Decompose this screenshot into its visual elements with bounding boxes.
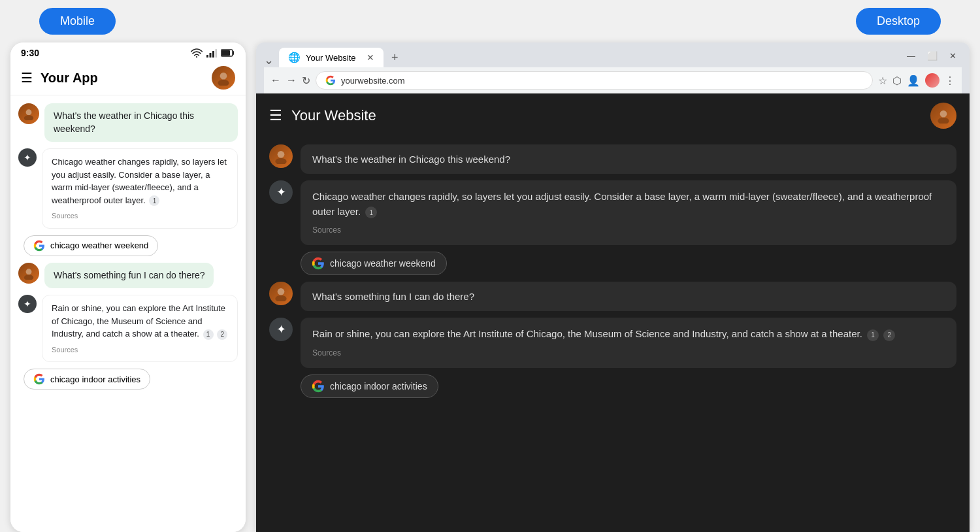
new-tab-button[interactable]: + <box>386 48 404 67</box>
desktop-ai-icon-1: ✦ <box>269 180 293 204</box>
mobile-search-pill-2[interactable]: chicago indoor activities <box>24 369 150 390</box>
mobile-chat-area: What's the weather in Chicago this weeke… <box>10 95 246 532</box>
desktop-google-icon-1 <box>312 257 325 270</box>
ai-icon-2: ✦ <box>18 295 37 313</box>
desktop-footnote-2a: 1 <box>867 329 879 341</box>
svg-point-0 <box>196 56 197 58</box>
profile-icon[interactable]: 👤 <box>907 75 920 87</box>
svg-point-9 <box>26 109 32 115</box>
tab-favicon: 🌐 <box>288 52 301 63</box>
bookmark-icon[interactable]: ☆ <box>878 75 887 87</box>
signal-icon <box>206 48 217 58</box>
desktop-ai-bubble-2: Rain or shine, you can explore the Art I… <box>301 318 956 368</box>
svg-point-13 <box>940 110 947 118</box>
desktop-panel: ⌄ 🌐 Your Website ✕ + — ⬜ ✕ ← → <box>256 42 970 532</box>
ai-icon-1: ✦ <box>18 148 37 167</box>
forward-button[interactable]: → <box>286 75 297 86</box>
svg-point-11 <box>26 269 32 274</box>
desktop-ai-bubble-1: Chicago weather changes rapidly, so laye… <box>301 180 956 245</box>
footnote-1: 1 <box>149 195 159 206</box>
svg-rect-4 <box>216 49 218 58</box>
mobile-search-query-1: chicago weather weekend <box>50 241 148 250</box>
tab-close-button[interactable]: ✕ <box>367 52 374 63</box>
user-avatar-2 <box>18 263 39 284</box>
desktop-ai-message-2: ✦ Rain or shine, you can explore the Art… <box>269 318 956 368</box>
maximize-button[interactable]: ⬜ <box>927 51 938 61</box>
minimize-button[interactable]: — <box>907 51 915 61</box>
svg-point-14 <box>938 118 949 124</box>
svg-point-18 <box>275 295 286 301</box>
mobile-button[interactable]: Mobile <box>39 8 116 35</box>
screenshot-icon[interactable]: ⬡ <box>892 75 902 87</box>
mobile-avatar[interactable] <box>212 66 235 90</box>
footnote-2a: 1 <box>203 329 214 340</box>
mobile-message-2: What's something fun I can do there? <box>18 263 238 289</box>
desktop-google-icon-2 <box>312 380 325 393</box>
mobile-app-title: Your App <box>41 71 212 86</box>
svg-point-7 <box>220 73 227 80</box>
svg-point-10 <box>24 115 33 120</box>
desktop-user-bubble-1: What's the weather in Chicago this weeke… <box>301 144 956 174</box>
browser-active-tab[interactable]: 🌐 Your Website ✕ <box>279 48 384 67</box>
desktop-footnote-1: 1 <box>365 207 377 218</box>
url-favicon <box>325 75 336 86</box>
user-avatar-1 <box>18 103 39 124</box>
mobile-time: 9:30 <box>21 48 39 58</box>
mobile-ai-bubble-2: Rain or shine, you can explore the Art I… <box>42 295 238 362</box>
desktop-search-pill-1[interactable]: chicago weather weekend <box>301 252 447 275</box>
svg-rect-2 <box>210 53 212 58</box>
website-header: ☰ Your Website <box>256 93 970 138</box>
desktop-search-query-1: chicago weather weekend <box>330 258 436 269</box>
browser-chrome: ⌄ 🌐 Your Website ✕ + — ⬜ ✕ ← → <box>256 42 970 93</box>
refresh-button[interactable]: ↻ <box>302 75 310 87</box>
desktop-sources-1: Sources <box>312 224 945 236</box>
mobile-status-bar: 9:30 <box>10 42 246 61</box>
google-g-icon-1 <box>33 240 45 252</box>
url-text: yourwebsite.com <box>341 76 405 86</box>
mobile-search-query-2: chicago indoor activities <box>50 374 140 384</box>
desktop-user-bubble-2: What's something fun I can do there? <box>301 282 956 311</box>
browser-tab-dropdown[interactable]: ⌄ <box>264 53 274 67</box>
browser-profile-avatar[interactable] <box>925 73 939 88</box>
website-content: ☰ Your Website What's the weather in Chi <box>256 93 970 532</box>
desktop-message-1: What's the weather in Chicago this weeke… <box>269 144 956 174</box>
mobile-ai-message-1: ✦ Chicago weather changes rapidly, so la… <box>18 148 238 229</box>
desktop-user-avatar-1 <box>269 144 293 168</box>
desktop-ai-message-1: ✦ Chicago weather changes rapidly, so la… <box>269 180 956 245</box>
sources-label-1: Sources <box>52 210 228 222</box>
mobile-panel: 9:30 ☰ Your App <box>10 42 246 532</box>
google-g-icon-2 <box>33 373 45 385</box>
desktop-button[interactable]: Desktop <box>856 8 941 35</box>
desktop-sources-2: Sources <box>312 347 945 359</box>
mobile-ai-message-2: ✦ Rain or shine, you can explore the Art… <box>18 295 238 362</box>
svg-rect-6 <box>221 50 230 56</box>
mobile-user-bubble-2: What's something fun I can do there? <box>44 263 214 289</box>
website-chat-area: What's the weather in Chicago this weeke… <box>256 138 970 405</box>
hamburger-icon[interactable]: ☰ <box>21 70 33 86</box>
mobile-search-pill-1[interactable]: chicago weather weekend <box>24 235 158 256</box>
desktop-search-query-2: chicago indoor activities <box>330 381 427 391</box>
url-bar[interactable]: yourwebsite.com <box>316 71 873 90</box>
website-avatar[interactable] <box>930 103 956 129</box>
svg-point-16 <box>275 158 286 164</box>
top-buttons-bar: Mobile Desktop <box>0 0 980 42</box>
desktop-footnote-2b: 2 <box>883 329 895 341</box>
desktop-search-pill-2[interactable]: chicago indoor activities <box>301 374 438 398</box>
svg-point-12 <box>24 274 33 280</box>
footnote-2b: 2 <box>217 329 227 340</box>
sources-label-2: Sources <box>52 344 228 356</box>
desktop-message-2: What's something fun I can do there? <box>269 282 956 311</box>
close-browser-button[interactable]: ✕ <box>949 51 956 61</box>
mobile-icons <box>191 48 235 58</box>
website-title: Your Website <box>291 107 376 124</box>
mobile-ai-bubble-1: Chicago weather changes rapidly, so laye… <box>42 148 238 229</box>
wifi-icon <box>191 48 203 58</box>
browser-nav-bar: ← → ↻ yourwebsite.com ☆ ⬡ 👤 ⋮ <box>264 67 962 93</box>
more-menu-icon[interactable]: ⋮ <box>945 75 955 87</box>
desktop-user-avatar-2 <box>269 282 293 305</box>
mobile-user-bubble-1: What's the weather in Chicago this weeke… <box>44 103 238 142</box>
website-hamburger-icon[interactable]: ☰ <box>269 107 282 124</box>
svg-rect-3 <box>212 51 214 58</box>
back-button[interactable]: ← <box>270 75 281 86</box>
svg-point-15 <box>278 151 285 158</box>
